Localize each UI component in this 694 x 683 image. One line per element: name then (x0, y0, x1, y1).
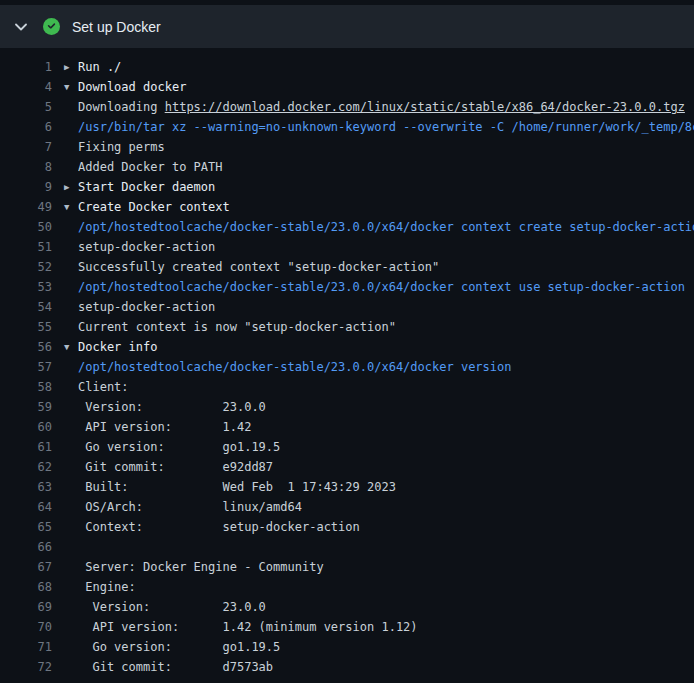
log-segment-text: Context: setup-docker-action (78, 520, 360, 534)
check-circle-icon (43, 18, 60, 35)
line-number[interactable]: 69 (16, 597, 52, 617)
log-line: 8Added Docker to PATH (16, 157, 694, 177)
marker-spacer (64, 237, 78, 257)
marker-spacer (64, 477, 78, 497)
log-segment-command: /opt/hostedtoolcache/docker-stable/23.0.… (78, 280, 685, 294)
line-number[interactable]: 54 (16, 297, 52, 317)
log-text: /usr/bin/tar xz --warning=no-unknown-key… (78, 117, 694, 137)
triangle-right-icon[interactable]: ▶ (64, 57, 78, 77)
log-segment-text: Built: Wed Feb 1 17:43:29 2023 (78, 480, 396, 494)
line-number[interactable]: 68 (16, 577, 52, 597)
step-header[interactable]: Set up Docker (0, 5, 694, 48)
line-number[interactable]: 67 (16, 557, 52, 577)
log-segment-group: Download docker (78, 80, 186, 94)
marker-spacer (64, 317, 78, 337)
marker-spacer (64, 577, 78, 597)
line-number[interactable]: 7 (16, 137, 52, 157)
line-number[interactable]: 64 (16, 497, 52, 517)
log-text: Run ./ (78, 57, 694, 77)
line-number[interactable]: 55 (16, 317, 52, 337)
log-line: 57/opt/hostedtoolcache/docker-stable/23.… (16, 357, 694, 377)
line-number[interactable]: 52 (16, 257, 52, 277)
log-segment-text: setup-docker-action (78, 300, 215, 314)
log-line: 67 Server: Docker Engine - Community (16, 557, 694, 577)
marker-spacer (64, 457, 78, 477)
log-segment-command: /opt/hostedtoolcache/docker-stable/23.0.… (78, 360, 511, 374)
line-number[interactable]: 58 (16, 377, 52, 397)
line-number[interactable]: 49 (16, 197, 52, 217)
line-number[interactable]: 59 (16, 397, 52, 417)
line-number[interactable]: 1 (16, 57, 52, 77)
log-text: setup-docker-action (78, 237, 694, 257)
log-text: setup-docker-action (78, 297, 694, 317)
log-text: /opt/hostedtoolcache/docker-stable/23.0.… (78, 357, 694, 377)
log-text: Git commit: e92dd87 (78, 457, 694, 477)
log-line: 63 Built: Wed Feb 1 17:43:29 2023 (16, 477, 694, 497)
log-text: Version: 23.0.0 (78, 397, 694, 417)
line-number[interactable]: 51 (16, 237, 52, 257)
log-segment-text: Engine: (78, 580, 136, 594)
triangle-down-icon[interactable]: ▼ (64, 197, 78, 217)
triangle-down-icon[interactable]: ▼ (64, 77, 78, 97)
log-link[interactable]: https://download.docker.com/linux/static… (165, 100, 685, 114)
log-line: 51setup-docker-action (16, 237, 694, 257)
log-segment-text: API version: 1.42 (minimum version 1.12) (78, 620, 418, 634)
log-segment-text: Git commit: e92dd87 (78, 460, 273, 474)
marker-spacer (64, 597, 78, 617)
line-number[interactable]: 66 (16, 537, 52, 557)
log-segment-text: Go version: go1.19.5 (78, 640, 280, 654)
marker-spacer (64, 277, 78, 297)
log-text: Go version: go1.19.5 (78, 437, 694, 457)
chevron-down-icon[interactable] (14, 23, 28, 31)
log-line: 50/opt/hostedtoolcache/docker-stable/23.… (16, 217, 694, 237)
log-text: Client: (78, 377, 694, 397)
line-number[interactable]: 9 (16, 177, 52, 197)
line-number[interactable]: 6 (16, 117, 52, 137)
line-number[interactable]: 56 (16, 337, 52, 357)
log-segment-text: Go version: go1.19.5 (78, 440, 280, 454)
log-text: Start Docker daemon (78, 177, 694, 197)
line-number[interactable]: 53 (16, 277, 52, 297)
log-text: Built: Wed Feb 1 17:43:29 2023 (78, 477, 694, 497)
log-text: API version: 1.42 (minimum version 1.12) (78, 617, 694, 637)
log-line: 5Downloading https://download.docker.com… (16, 97, 694, 117)
log-text: /opt/hostedtoolcache/docker-stable/23.0.… (78, 217, 694, 237)
marker-spacer (64, 157, 78, 177)
log-segment-text: Git commit: d7573ab (78, 660, 273, 674)
marker-spacer (64, 217, 78, 237)
line-number[interactable]: 62 (16, 457, 52, 477)
line-number[interactable]: 61 (16, 437, 52, 457)
line-number[interactable]: 63 (16, 477, 52, 497)
log-line: 68 Engine: (16, 577, 694, 597)
log-line: 62 Git commit: e92dd87 (16, 457, 694, 477)
line-number[interactable]: 72 (16, 657, 52, 677)
triangle-down-icon[interactable]: ▼ (64, 337, 78, 357)
log-segment-command: /usr/bin/tar xz --warning=no-unknown-key… (78, 120, 694, 134)
log-text: Version: 23.0.0 (78, 597, 694, 617)
line-number[interactable]: 71 (16, 637, 52, 657)
line-number[interactable]: 8 (16, 157, 52, 177)
line-number[interactable]: 4 (16, 77, 52, 97)
log-line: 70 API version: 1.42 (minimum version 1.… (16, 617, 694, 637)
line-number[interactable]: 70 (16, 617, 52, 637)
log-lines: 1▶Run ./4▼Download docker5Downloading ht… (16, 57, 694, 677)
log-segment-group: Create Docker context (78, 200, 230, 214)
marker-spacer (64, 97, 78, 117)
log-segment-text: API version: 1.42 (78, 420, 251, 434)
triangle-right-icon[interactable]: ▶ (64, 177, 78, 197)
line-number[interactable]: 57 (16, 357, 52, 377)
marker-spacer (64, 377, 78, 397)
log-line: 55Current context is now "setup-docker-a… (16, 317, 694, 337)
log-segment-text: OS/Arch: linux/amd64 (78, 500, 302, 514)
log-segment-text: setup-docker-action (78, 240, 215, 254)
marker-spacer (64, 537, 78, 557)
line-number[interactable]: 60 (16, 417, 52, 437)
log-segment-text: Fixing perms (78, 140, 165, 154)
log-line: 52Successfully created context "setup-do… (16, 257, 694, 277)
log-line: 49▼Create Docker context (16, 197, 694, 217)
line-number[interactable]: 50 (16, 217, 52, 237)
log-text: Docker info (78, 337, 694, 357)
line-number[interactable]: 65 (16, 517, 52, 537)
log-line: 7Fixing perms (16, 137, 694, 157)
line-number[interactable]: 5 (16, 97, 52, 117)
